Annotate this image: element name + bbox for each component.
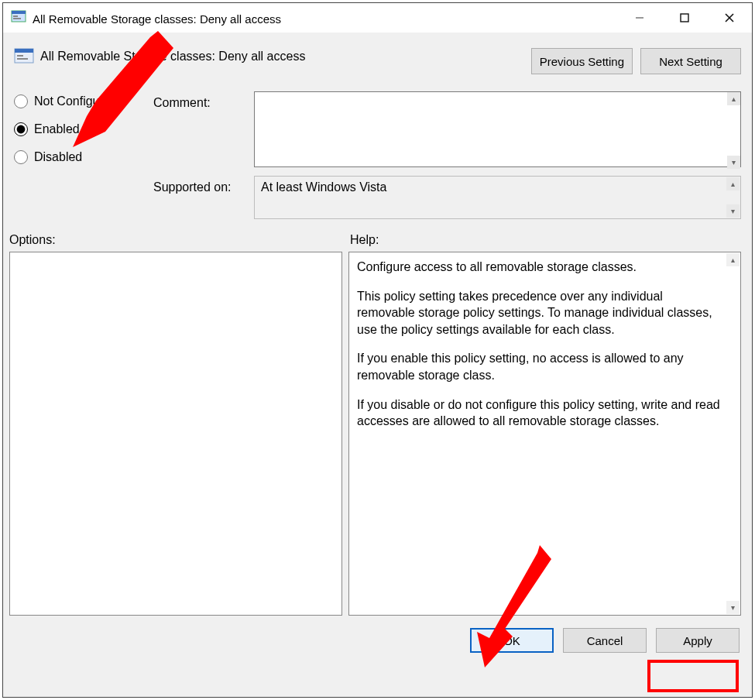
close-button[interactable] (707, 3, 752, 33)
svg-rect-3 (13, 18, 21, 19)
svg-rect-5 (681, 14, 688, 22)
supported-scroll-up[interactable]: ▴ (726, 177, 740, 190)
svg-rect-10 (17, 55, 23, 57)
svg-rect-2 (13, 15, 18, 17)
radio-disabled[interactable]: Disabled (14, 150, 146, 164)
state-radio-group: Not Configured Enabled Disabled (14, 91, 146, 225)
window-controls (617, 3, 752, 33)
policy-header-icon (14, 46, 34, 67)
titlebar: All Removable Storage classes: Deny all … (3, 3, 752, 33)
help-scroll-up-icon[interactable]: ▴ (726, 253, 740, 266)
policy-editor-window: All Removable Storage classes: Deny all … (2, 2, 753, 698)
policy-icon (11, 10, 26, 26)
help-scrollbar[interactable]: ▴ ▾ (726, 253, 740, 614)
help-paragraph: If you disable or do not configure this … (357, 396, 723, 430)
svg-rect-9 (15, 49, 33, 53)
apply-button[interactable]: Apply (656, 628, 740, 653)
comment-scroll-down[interactable]: ▾ (727, 156, 740, 169)
help-scroll-down-icon[interactable]: ▾ (726, 601, 740, 614)
svg-rect-1 (12, 11, 26, 14)
radio-disabled-input[interactable] (14, 150, 28, 164)
radio-enabled-label: Enabled (34, 122, 80, 136)
comment-scroll-up[interactable]: ▴ (727, 92, 740, 105)
policy-header: All Removable Storage classes: Deny all … (3, 33, 752, 82)
options-pane (9, 252, 342, 616)
comment-input[interactable] (254, 91, 741, 167)
help-paragraph: This policy setting takes precedence ove… (357, 288, 723, 338)
cancel-button[interactable]: Cancel (563, 628, 647, 653)
supported-on-text: At least Windows Vista (261, 180, 386, 194)
radio-not-configured-input[interactable] (14, 94, 28, 108)
help-pane: Configure access to all removable storag… (348, 252, 741, 616)
help-paragraph: Configure access to all removable storag… (357, 259, 723, 276)
dialog-button-row: OK Cancel Apply (3, 616, 752, 653)
ok-button[interactable]: OK (470, 628, 554, 653)
help-paragraph: If you enable this policy setting, no ac… (357, 350, 723, 383)
radio-not-configured-label: Not Configured (34, 94, 118, 108)
next-setting-button[interactable]: Next Setting (640, 48, 741, 74)
radio-disabled-label: Disabled (34, 150, 82, 164)
options-label: Options: (9, 233, 350, 247)
comment-label: Comment: (153, 91, 254, 170)
radio-not-configured[interactable]: Not Configured (14, 94, 146, 108)
previous-setting-button[interactable]: Previous Setting (531, 48, 633, 74)
svg-rect-11 (17, 58, 28, 60)
policy-title: All Removable Storage classes: Deny all … (40, 46, 531, 63)
supported-on-label: Supported on: (153, 176, 254, 219)
help-text: Configure access to all removable storag… (357, 259, 723, 430)
maximize-button[interactable] (662, 3, 707, 33)
help-label: Help: (350, 233, 741, 247)
supported-on-value: At least Windows Vista ▴ ▾ (254, 176, 741, 219)
minimize-button[interactable] (617, 3, 662, 33)
radio-enabled-input[interactable] (14, 122, 28, 136)
annotation-box-apply (647, 660, 739, 692)
radio-enabled[interactable]: Enabled (14, 122, 146, 136)
supported-scroll-down[interactable]: ▾ (726, 204, 740, 218)
window-title: All Removable Storage classes: Deny all … (33, 11, 617, 26)
